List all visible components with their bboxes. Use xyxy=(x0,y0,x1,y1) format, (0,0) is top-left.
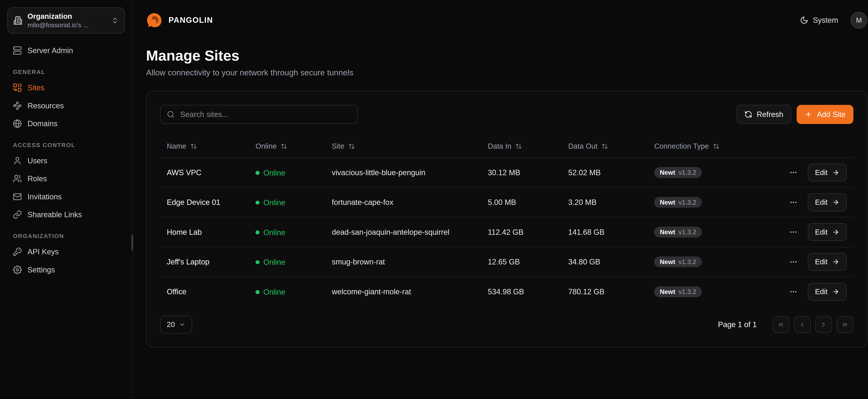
sort-icon xyxy=(348,143,355,150)
edit-button[interactable]: Edit xyxy=(808,163,847,182)
online-status: Online xyxy=(255,198,285,207)
moon-icon xyxy=(800,16,808,25)
online-label: Online xyxy=(264,288,285,296)
row-menu-button[interactable] xyxy=(787,255,800,268)
first-page-button[interactable] xyxy=(773,316,789,333)
online-status: Online xyxy=(255,228,285,237)
site-name: Jeff's Laptop xyxy=(160,247,249,277)
online-label: Online xyxy=(264,198,285,207)
data-out-value: 141.68 GB xyxy=(561,217,647,247)
sidebar-scrollbar[interactable] xyxy=(131,235,133,251)
data-in-value: 30.12 MB xyxy=(481,158,561,187)
row-menu-button[interactable] xyxy=(787,166,800,179)
gear-icon xyxy=(13,265,22,274)
row-menu-button[interactable] xyxy=(787,285,800,298)
column-header-data-out[interactable]: Data Out xyxy=(561,135,647,157)
sidebar-item-settings[interactable]: Settings xyxy=(7,261,125,279)
client-name: Newt xyxy=(660,198,675,206)
sites-table: Name Online Site Data In Data Out Connec… xyxy=(160,135,854,306)
arrow-right-icon xyxy=(832,169,839,176)
online-dot-icon xyxy=(255,201,259,205)
data-in-value: 112.42 GB xyxy=(481,217,561,247)
page-size-select[interactable]: 20 xyxy=(160,315,192,334)
avatar[interactable]: M xyxy=(850,12,867,29)
page-info: Page 1 of 1 xyxy=(718,320,757,329)
online-status: Online xyxy=(255,168,285,177)
arrow-right-icon xyxy=(832,258,839,266)
sidebar-item-roles[interactable]: Roles xyxy=(7,170,125,188)
edit-button[interactable]: Edit xyxy=(808,253,847,271)
connection-type-badge: Newtv1.3.2 xyxy=(654,167,702,178)
data-out-value: 780.12 GB xyxy=(561,277,647,307)
sidebar-item-label: Users xyxy=(28,156,48,165)
data-out-value: 34.80 GB xyxy=(561,247,647,277)
online-status: Online xyxy=(255,288,285,296)
pangolin-logo-icon xyxy=(146,12,163,29)
user-icon xyxy=(13,156,22,165)
sidebar-item-label: Settings xyxy=(28,266,55,274)
online-status: Online xyxy=(255,258,285,267)
column-header-site[interactable]: Site xyxy=(325,135,481,157)
avatar-initial: M xyxy=(856,16,862,24)
site-name: Office xyxy=(160,277,249,307)
search-box[interactable] xyxy=(160,105,358,124)
sidebar-item-api-keys[interactable]: API Keys xyxy=(7,243,125,261)
globe-icon xyxy=(13,119,22,128)
column-header-online[interactable]: Online xyxy=(249,135,325,157)
ellipsis-icon xyxy=(789,198,798,207)
site-slug: fortunate-cape-fox xyxy=(325,187,481,217)
edit-button[interactable]: Edit xyxy=(808,283,847,301)
brand-name: PANGOLIN xyxy=(168,16,213,25)
connection-type-badge: Newtv1.3.2 xyxy=(654,197,702,208)
search-input[interactable] xyxy=(179,110,351,119)
next-page-button[interactable] xyxy=(815,316,832,333)
column-header-data-in[interactable]: Data In xyxy=(481,135,561,157)
chevrons-right-icon xyxy=(841,321,848,328)
sites-card: Refresh Add Site Name Online Site Data I… xyxy=(146,91,867,347)
client-version: v1.3.2 xyxy=(679,288,696,296)
site-slug: dead-san-joaquin-antelope-squirrel xyxy=(325,217,481,247)
sidebar-item-users[interactable]: Users xyxy=(7,152,125,170)
chevrons-left-icon xyxy=(777,321,784,328)
previous-page-button[interactable] xyxy=(794,316,811,333)
data-out-value: 3.20 MB xyxy=(561,187,647,217)
column-header-connection-type[interactable]: Connection Type xyxy=(648,135,784,157)
data-out-value: 52.02 MB xyxy=(561,158,647,187)
users-icon xyxy=(13,174,22,183)
main-area: PANGOLIN System M Manage Sites Allow con… xyxy=(133,0,868,399)
column-header-name[interactable]: Name xyxy=(160,135,249,157)
chevron-right-icon xyxy=(820,321,827,328)
ellipsis-icon xyxy=(789,228,798,236)
data-in-value: 12.65 GB xyxy=(481,247,561,277)
org-selector[interactable]: Organization milo@fossorial.io's ... xyxy=(7,7,125,34)
page-subtitle: Allow connectivity to your network throu… xyxy=(146,68,867,77)
refresh-button[interactable]: Refresh xyxy=(737,105,791,124)
theme-toggle[interactable]: System xyxy=(800,16,838,25)
page-title: Manage Sites xyxy=(146,47,867,64)
row-menu-button[interactable] xyxy=(787,196,800,209)
edit-button[interactable]: Edit xyxy=(808,223,847,241)
theme-label: System xyxy=(813,16,838,25)
sidebar-item-label: Sites xyxy=(28,83,44,92)
table-row: Home Lab Online dead-san-joaquin-antelop… xyxy=(160,217,854,247)
sidebar-item-label: Roles xyxy=(28,174,47,183)
sidebar-item-shareable-links[interactable]: Shareable Links xyxy=(7,206,125,224)
add-site-button[interactable]: Add Site xyxy=(797,105,853,124)
data-in-value: 534.98 GB xyxy=(481,277,561,307)
edit-button[interactable]: Edit xyxy=(808,193,847,211)
section-label-general: GENERAL xyxy=(7,60,125,79)
arrow-right-icon xyxy=(832,228,839,236)
sidebar-item-label: Shareable Links xyxy=(28,210,82,219)
table-header-row: Name Online Site Data In Data Out Connec… xyxy=(160,135,854,157)
sidebar-item-label: Domains xyxy=(28,119,58,128)
sidebar-item-server-admin[interactable]: Server Admin xyxy=(7,42,125,60)
online-label: Online xyxy=(264,228,285,237)
client-name: Newt xyxy=(660,169,675,176)
sidebar-item-invitations[interactable]: Invitations xyxy=(7,188,125,206)
topbar-right: System M xyxy=(800,12,867,29)
sidebar-item-domains[interactable]: Domains xyxy=(7,115,125,133)
last-page-button[interactable] xyxy=(837,316,854,333)
row-menu-button[interactable] xyxy=(787,225,800,238)
sidebar-item-resources[interactable]: Resources xyxy=(7,97,125,115)
sidebar-item-sites[interactable]: Sites xyxy=(7,79,125,97)
